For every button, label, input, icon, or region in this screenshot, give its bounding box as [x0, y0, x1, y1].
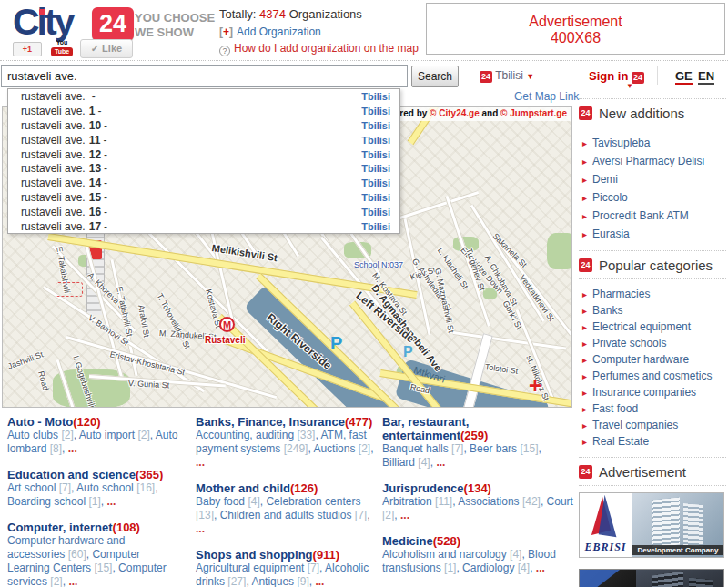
bullet-arrow-icon: ▸: [582, 420, 587, 430]
category-block: Bar, restaurant, entertainment(259) Banq…: [382, 415, 575, 470]
popular-category-link[interactable]: Computer hardware: [592, 353, 689, 366]
parking-icon[interactable]: P: [330, 333, 342, 354]
how-add-link[interactable]: ?How do I add organization on the map: [219, 42, 419, 56]
more-link[interactable]: ...: [68, 575, 77, 587]
subcategory-count: [9]: [297, 575, 308, 587]
city24-attribution-link[interactable]: © City24.ge: [430, 108, 480, 118]
subcategory-link[interactable]: Celebration centers: [266, 495, 360, 508]
subcategory-link[interactable]: Boarding school: [7, 495, 86, 508]
more-link[interactable]: ...: [196, 522, 205, 535]
google-plusone-button[interactable]: +1: [13, 42, 42, 56]
sign-in-button[interactable]: Sign in 24: [589, 69, 644, 84]
autocomplete-item[interactable]: rustaveli ave.17- Tbilisi: [8, 219, 399, 234]
subcategory-link[interactable]: Beer bars: [470, 442, 517, 455]
bullet-arrow-icon: ▸: [582, 229, 587, 239]
subcategory-link[interactable]: Cardiology: [462, 562, 514, 574]
autocomplete-item[interactable]: rustaveli ave.13- Tbilisi: [8, 161, 399, 176]
autocomplete-item[interactable]: rustaveli ave.11- Tbilisi: [8, 133, 399, 147]
autocomplete-item[interactable]: rustaveli ave.15- Tbilisi: [8, 190, 399, 205]
city-selector[interactable]: 24 Tbilisi ▼: [480, 69, 534, 83]
subcategory-count: [27]: [228, 575, 246, 587]
lang-en-button[interactable]: EN: [698, 69, 714, 85]
logo[interactable]: City: [13, 1, 72, 44]
search-button[interactable]: Search: [411, 66, 459, 87]
popular-category-link[interactable]: Private schools: [592, 337, 666, 349]
category-title[interactable]: Bar, restaurant, entertainment(259): [382, 415, 575, 442]
subcategory-link[interactable]: Auto clubs: [7, 429, 58, 441]
new-addition-link[interactable]: Demi: [592, 173, 618, 186]
street-label: Tolstoi St: [484, 362, 519, 376]
new-addition-link[interactable]: Piccolo: [592, 191, 628, 204]
jumpstart-attribution-link[interactable]: © Jumpstart.ge: [500, 108, 567, 118]
new-addition-link[interactable]: Eurasia: [592, 228, 630, 240]
subcategory-link[interactable]: Agricultural equipment: [196, 562, 304, 574]
get-map-link[interactable]: Get Map Link: [514, 90, 579, 103]
more-link[interactable]: ...: [436, 456, 445, 469]
popular-category-link[interactable]: Electrical equipment: [592, 320, 691, 333]
add-organization[interactable]: [+]Add Organization: [219, 25, 321, 38]
zoom-in-icon[interactable]: +: [529, 373, 541, 399]
popular-category-link[interactable]: Pharmacies: [592, 288, 650, 300]
category-title[interactable]: Auto - Moto(120): [7, 415, 186, 429]
subcategory: Children and adults studios [7],: [220, 509, 370, 521]
subcategory-link[interactable]: Alcoholism and narcology: [382, 548, 507, 561]
popular-category-link[interactable]: Banks: [592, 304, 622, 317]
subcategory-link[interactable]: Court: [547, 495, 573, 508]
logo-badge[interactable]: 24: [92, 7, 134, 41]
metro-icon[interactable]: M: [219, 317, 235, 332]
more-link[interactable]: ...: [536, 562, 545, 574]
subcategory-link[interactable]: Billiard: [382, 456, 415, 469]
popular-category-link[interactable]: Insurance companies: [592, 386, 696, 399]
category-title[interactable]: Computer, internet(108): [7, 521, 186, 534]
new-addition-link[interactable]: Procredit Bank ATM: [592, 209, 689, 222]
subcategory-link[interactable]: Auctions: [313, 442, 355, 455]
add-organization-link[interactable]: Add Organization: [237, 25, 321, 38]
subcategory-link[interactable]: Antiques: [251, 575, 294, 587]
more-link[interactable]: ...: [196, 456, 205, 469]
popular-category-link[interactable]: Perfumes and cosmetics: [592, 369, 712, 382]
popular-category-link[interactable]: Real Estate: [592, 435, 649, 448]
subcategory-link[interactable]: Banquet halls: [382, 442, 449, 455]
parking-icon[interactable]: P: [403, 344, 413, 360]
street-label: T. Tchovelidze St: [156, 292, 192, 350]
new-addition-link[interactable]: Aversi Pharmacy Delisi: [592, 155, 704, 167]
popular-category-link[interactable]: Fast food: [592, 402, 638, 415]
list-item: ▸Procredit Bank ATM: [579, 207, 726, 225]
autocomplete-item[interactable]: rustaveli ave.10- Tbilisi: [8, 118, 399, 133]
autocomplete-item[interactable]: rustaveli ave.14- Tbilisi: [8, 176, 399, 190]
subcategory-link[interactable]: Children and adults studios: [220, 509, 352, 521]
lang-ge-button[interactable]: GE: [675, 69, 693, 85]
subcategory: Arbitration [11],: [382, 495, 458, 508]
autocomplete-item[interactable]: rustaveli ave.12- Tbilisi: [8, 147, 399, 162]
popular-category-link[interactable]: Travel companies: [592, 419, 678, 431]
subcategory-link[interactable]: Baby food: [196, 495, 245, 508]
like-button[interactable]: ✓ Like: [80, 39, 133, 58]
subcategory-link[interactable]: Arbitration: [382, 495, 432, 508]
autocomplete-item[interactable]: rustaveli ave.1- Tbilisi: [8, 104, 399, 118]
ebrisi-ad-banner[interactable]: EBRISI Development Company: [579, 492, 724, 558]
subcategory-count: [7]: [308, 562, 319, 574]
more-link[interactable]: ...: [315, 575, 324, 587]
category-title[interactable]: Mother and child(126): [196, 481, 376, 495]
category-title[interactable]: Jurisprudence(134): [382, 481, 575, 495]
autocomplete-item[interactable]: rustaveli ave.16- Tbilisi: [8, 205, 399, 219]
subcategory-link[interactable]: Art school: [7, 481, 56, 494]
new-addition-link[interactable]: Tavisupleba: [592, 137, 650, 149]
subcategory-link[interactable]: Accounting, auditing: [196, 429, 294, 441]
subcategory-count: [15]: [94, 562, 112, 574]
tiflis-ad-banner[interactable]: TIFLIS DEVELOPMENT TIFLIS ბიზნეს ცენტრი: [579, 569, 724, 587]
youtube-icon[interactable]: YouTube: [51, 39, 73, 57]
autocomplete-item[interactable]: rustaveli ave.- Tbilisi: [8, 89, 399, 104]
category-title[interactable]: Shops and shopping(911): [196, 548, 376, 562]
subcategory-link[interactable]: Auto school: [76, 481, 134, 494]
category-title[interactable]: Medicine(528): [382, 534, 575, 548]
search-input[interactable]: [1, 65, 408, 87]
subcategory-link[interactable]: Auto import: [79, 429, 135, 441]
more-link[interactable]: ...: [106, 495, 116, 508]
top-advertisement-banner[interactable]: Advertisement 400X68: [426, 3, 725, 55]
more-link[interactable]: ...: [68, 442, 77, 455]
category-title[interactable]: Banks, Finance, Insurance(477): [196, 415, 376, 429]
category-title[interactable]: Education and science(365): [7, 468, 186, 481]
more-link[interactable]: ...: [400, 509, 410, 521]
subcategory-link[interactable]: Associations: [458, 495, 519, 508]
